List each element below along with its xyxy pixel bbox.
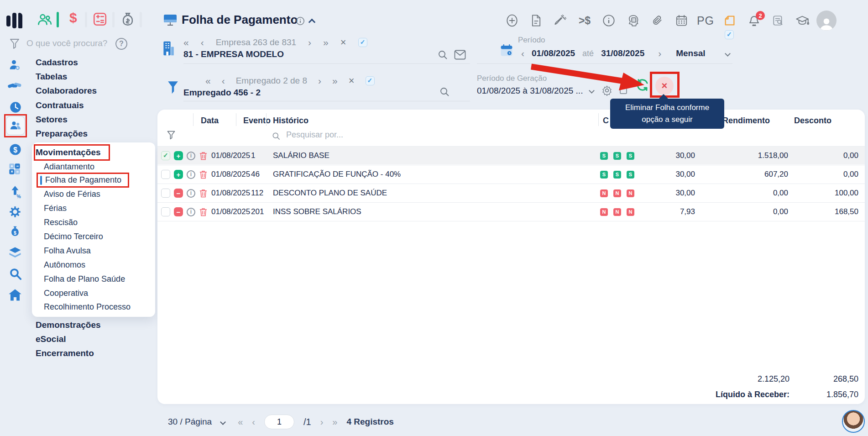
employee-last-icon[interactable]: »: [332, 75, 338, 86]
employee-checkbox[interactable]: [366, 76, 375, 85]
column-header-historico[interactable]: Histórico: [273, 116, 309, 126]
document-icon[interactable]: [526, 14, 546, 27]
rail-home-icon[interactable]: [8, 289, 22, 301]
company-last-icon[interactable]: »: [323, 37, 329, 48]
pagination-next-icon[interactable]: ›: [320, 417, 324, 427]
row-checkbox[interactable]: [161, 151, 170, 160]
row-checkbox[interactable]: [161, 170, 170, 179]
submenu-item-adiantamento[interactable]: Adiantamento: [44, 162, 94, 172]
periodo-start-date[interactable]: 01/08/2025: [532, 48, 575, 58]
employee-next-icon[interactable]: ›: [318, 75, 321, 86]
support-chat-avatar[interactable]: [842, 410, 865, 433]
row-trash-icon[interactable]: [199, 165, 207, 184]
submenu-item-rescisao[interactable]: Rescisão: [44, 218, 78, 227]
rail-salary-raise-icon[interactable]: %: [9, 185, 21, 199]
audit-log-icon[interactable]: [768, 14, 788, 27]
row-checkbox[interactable]: [161, 189, 170, 198]
submenu-item-cooperativa[interactable]: Cooperativa: [44, 289, 88, 298]
sidebar-item-esocial[interactable]: eSocial: [36, 334, 66, 344]
rail-clock-icon[interactable]: [9, 101, 22, 114]
periodo-next-icon[interactable]: ›: [658, 48, 661, 59]
page-size-select[interactable]: 30 / Página: [168, 417, 212, 427]
pagination-first-icon[interactable]: «: [238, 417, 243, 427]
sidebar-search-input[interactable]: [26, 38, 113, 48]
calendar-icon[interactable]: [671, 14, 691, 27]
add-icon[interactable]: [502, 14, 522, 27]
orange-file-icon[interactable]: [720, 14, 740, 27]
column-header-data[interactable]: Data: [201, 116, 219, 126]
submenu-item-folha-de-pagamento[interactable]: Folha de Pagamento: [45, 175, 121, 185]
column-header-rendimento[interactable]: Rendimento: [722, 116, 770, 126]
sidebar-item-preparacoes[interactable]: Preparações: [36, 129, 88, 139]
row-info-icon[interactable]: i: [187, 189, 195, 198]
module-finance-icon[interactable]: $: [69, 10, 77, 26]
money-transfer-icon[interactable]: >$: [575, 15, 595, 27]
table-row[interactable]: +i01/08/20251SALÁRIO BASESSS30,001.518,0…: [157, 146, 865, 164]
simulation-head-icon[interactable]: [623, 14, 643, 27]
column-header-desconto[interactable]: Desconto: [794, 116, 831, 126]
table-row[interactable]: −i01/08/2025201INSS SOBRE SALÁRIOSNNN7,9…: [157, 202, 865, 221]
row-info-icon[interactable]: i: [187, 208, 195, 216]
table-filter-funnel-icon[interactable]: [167, 130, 176, 141]
table-row[interactable]: −i01/08/2025112DESCONTO PLANO DE SAÚDENN…: [157, 184, 865, 202]
submenu-item-recolhimento-processo[interactable]: Recolhimento Processo: [44, 302, 131, 312]
company-search-icon[interactable]: [437, 49, 448, 60]
rail-registrations-icon[interactable]: [8, 58, 22, 72]
employee-search-icon[interactable]: [439, 86, 450, 97]
sidebar-item-cadastros[interactable]: Cadastros: [36, 58, 78, 68]
row-trash-icon[interactable]: [199, 184, 207, 202]
sidebar-item-tabelas[interactable]: Tabelas: [36, 72, 67, 82]
table-row[interactable]: +i01/08/202546GRATIFICAÇÃO DE FUNÇÃO - 4…: [157, 165, 865, 183]
submenu-item-aviso-de-ferias[interactable]: Aviso de Férias: [44, 189, 100, 199]
periodo-end-date[interactable]: 31/08/2025: [601, 48, 644, 58]
table-search-input[interactable]: [286, 130, 396, 140]
row-trash-icon[interactable]: [199, 203, 207, 221]
sidebar-item-colaboradores[interactable]: Colaboradores: [36, 86, 97, 96]
rail-employees-icon[interactable]: [6, 116, 25, 135]
sidebar-item-demonstracoes[interactable]: Demonstrações: [36, 320, 101, 330]
user-avatar[interactable]: [816, 11, 837, 31]
row-trash-icon[interactable]: [199, 147, 207, 165]
employee-first-icon[interactable]: «: [205, 75, 211, 86]
page-size-chevron-icon[interactable]: [220, 419, 226, 425]
sidebar-item-setores[interactable]: Setores: [36, 115, 68, 125]
pagination-last-icon[interactable]: »: [332, 417, 337, 427]
rail-search-icon[interactable]: [9, 267, 22, 281]
company-prev-icon[interactable]: ‹: [201, 37, 204, 48]
periodo-mode-chevron-icon[interactable]: [725, 51, 731, 57]
module-moneybag-icon[interactable]: [120, 10, 136, 28]
column-header-evento[interactable]: Evento: [243, 116, 271, 126]
company-clear-icon[interactable]: ×: [340, 37, 346, 48]
submenu-item-ferias[interactable]: Férias: [44, 204, 67, 213]
pg-shortcut[interactable]: PG: [695, 14, 716, 27]
periodo-prev-icon[interactable]: ‹: [521, 48, 524, 59]
row-info-icon[interactable]: i: [187, 152, 195, 160]
collapse-header-icon[interactable]: [309, 18, 314, 26]
pagination-prev-icon[interactable]: ‹: [252, 417, 255, 427]
rail-moneybag-icon[interactable]: $: [9, 226, 21, 239]
title-info-icon[interactable]: [296, 16, 305, 26]
submenu-item-folha-avulsa[interactable]: Folha Avulsa: [44, 246, 91, 256]
sidebar-item-contratuais[interactable]: Contratuais: [36, 100, 84, 110]
rail-payroll-icon[interactable]: $: [9, 143, 22, 156]
notifications-bell-icon[interactable]: 2: [744, 14, 764, 27]
periodo-mode-select[interactable]: Mensal: [676, 48, 705, 58]
row-info-icon[interactable]: i: [187, 170, 195, 179]
module-people-icon[interactable]: [37, 11, 53, 28]
rail-calculator-icon[interactable]: [8, 163, 21, 175]
submenu-item-decimo-terceiro[interactable]: Décimo Terceiro: [44, 232, 103, 242]
submenu-item-folha-de-plano-saude[interactable]: Folha de Plano Saúde: [44, 274, 125, 284]
broom-icon[interactable]: [550, 14, 570, 27]
training-cap-icon[interactable]: [792, 14, 812, 27]
rail-handshake-icon[interactable]: [7, 80, 23, 92]
company-checkbox[interactable]: [358, 38, 367, 47]
company-first-icon[interactable]: «: [183, 37, 189, 48]
company-mail-icon[interactable]: [454, 50, 466, 60]
periodo-checkbox[interactable]: [725, 30, 734, 39]
sidebar-item-movimentacoes[interactable]: Movimentações: [36, 147, 101, 158]
row-checkbox[interactable]: [161, 207, 170, 216]
current-page-input[interactable]: [264, 415, 294, 429]
eliminate-payroll-button[interactable]: ×: [655, 77, 674, 95]
company-next-icon[interactable]: ›: [308, 37, 311, 48]
help-icon[interactable]: ?: [115, 38, 127, 50]
